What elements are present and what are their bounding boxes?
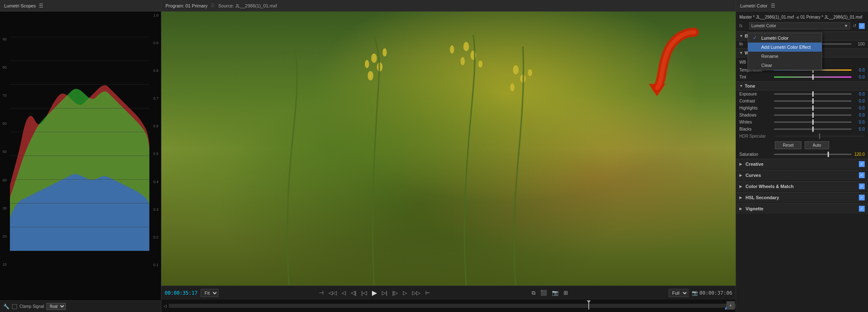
timeline-scrubber[interactable]: ◁ + <box>161 300 736 312</box>
context-menu-item-clear[interactable]: Clear <box>748 61 822 70</box>
saturation-label: Saturation <box>739 152 772 157</box>
export-button[interactable]: 📷 <box>550 289 560 297</box>
fx-enable-checkbox[interactable]: ✓ <box>859 23 865 29</box>
curves-label: Curves <box>746 173 761 178</box>
lumetri-color-content: Master * JL__2986(1)_01.mxf ◀ 01 Primary… <box>736 12 868 312</box>
step-forward-button[interactable]: ▷▷ <box>410 289 422 297</box>
tint-value: 0.0 <box>853 75 865 79</box>
exposure-thumb <box>812 91 813 97</box>
auto-button[interactable]: Auto <box>805 141 829 149</box>
mark-out-button[interactable]: ⊢ <box>424 289 432 297</box>
context-menu-item-add[interactable]: Add Lumetri Color Effect <box>748 43 822 52</box>
whites-value: 0.0 <box>853 120 865 124</box>
waveform-svg <box>10 13 149 251</box>
fx-effect-dropdown[interactable]: Lumetri Color ▼ <box>749 22 850 29</box>
contrast-thumb <box>812 98 813 104</box>
timecode-left[interactable]: 00:00:35:17 <box>165 290 197 296</box>
contrast-slider-wrapper[interactable] <box>774 100 851 102</box>
play-button[interactable]: ▶ <box>370 288 379 298</box>
whites-slider-wrapper[interactable] <box>774 121 851 123</box>
fx-reset-icon[interactable]: ↺ <box>853 23 856 29</box>
set-out-button[interactable]: |▷ <box>391 289 399 297</box>
color-wheels-checkbox[interactable]: ✓ <box>859 183 865 189</box>
context-menu-item-rename[interactable]: Rename <box>748 52 822 61</box>
playhead <box>588 302 589 310</box>
creative-section[interactable]: ▶ Creative ✓ <box>736 159 868 169</box>
curves-checkbox[interactable]: ✓ <box>859 172 865 178</box>
program-title: Program: 01 Primary <box>165 3 207 8</box>
prev-edit-button[interactable]: |◁ <box>360 289 368 297</box>
whites-slider-track <box>774 121 851 123</box>
timeline-track[interactable] <box>169 304 736 308</box>
prev-frame-button[interactable]: ◁ <box>340 289 348 297</box>
next-frame-button[interactable]: ▷ <box>401 289 409 297</box>
fx-context-menu: ✓ Lumetri Color Add Lumetri Color Effect… <box>748 33 822 70</box>
vignette-checkbox[interactable]: ✓ <box>859 206 865 212</box>
center-panel: Program: 01 Primary ☰ Source: JL__2986(1… <box>161 0 736 312</box>
color-wheels-section[interactable]: ▶ Color Wheels & Match ✓ <box>736 181 868 191</box>
hdr-specular-label: HDR Specular <box>739 134 772 138</box>
master-right-label: 01 Primary * JL__2986(1)_01.mxf <box>801 15 863 19</box>
tint-slider-track <box>774 76 851 78</box>
exposure-slider-track <box>774 93 851 95</box>
wb-chevron: ▼ <box>739 51 743 55</box>
curves-chevron: ▶ <box>739 173 742 177</box>
shadows-slider-wrapper[interactable] <box>774 114 851 116</box>
exposure-row: Exposure 0.0 <box>736 91 868 98</box>
scopes-menu-icon[interactable]: ☰ <box>39 3 43 9</box>
highlights-slider-wrapper[interactable] <box>774 107 851 109</box>
shadows-row: Shadows 0.0 <box>736 112 868 119</box>
creative-checkbox[interactable]: ✓ <box>859 161 865 167</box>
lumetri-menu-icon[interactable]: ☰ <box>771 3 775 9</box>
set-in-button[interactable]: ◁| <box>349 289 358 297</box>
insert-button[interactable]: ⧉ <box>530 289 537 297</box>
shadows-label: Shadows <box>739 113 772 117</box>
saturation-value: 120.0 <box>853 152 865 157</box>
temperature-value: 0.0 <box>853 68 865 72</box>
fx-row: fx Lumetri Color ▼ ↺ ✓ ✓ Lumetri Color A… <box>736 21 868 31</box>
scope-canvas: 90 80 70 60 50 40 30 20 10 1.0 0.9 0.8 0… <box>0 12 161 300</box>
blacks-row: Blacks 0.0 <box>736 126 868 133</box>
exposure-slider-wrapper[interactable] <box>774 93 851 95</box>
master-file-label: Master * JL__2986(1)_01.mxf <box>739 15 794 19</box>
quality-dropdown[interactable]: Full <box>669 289 688 297</box>
mark-in-button[interactable]: ⊣ <box>317 289 325 297</box>
video-frame <box>161 12 736 286</box>
blacks-value: 0.0 <box>853 127 865 131</box>
blacks-label: Blacks <box>739 127 772 131</box>
hdr-specular-row: HDR Specular <box>736 133 868 140</box>
shadows-slider-track <box>774 114 851 116</box>
overwrite-button[interactable]: ⬛ <box>539 289 549 297</box>
vignette-label: Vignette <box>746 206 763 211</box>
blacks-slider-wrapper[interactable] <box>774 129 851 130</box>
reset-button[interactable]: Reset <box>775 141 801 149</box>
lumetri-color-header: Lumetri Color ☰ <box>736 0 868 12</box>
blacks-thumb <box>812 126 813 132</box>
tint-thumb <box>812 74 813 80</box>
scope-y-labels-right: 1.0 0.9 0.8 0.7 0.6 0.5 0.4 0.3 0.2 0.1 <box>153 13 158 291</box>
hsl-secondary-section[interactable]: ▶ HSL Secondary ✓ <box>736 192 868 202</box>
fit-dropdown[interactable]: Fit <box>201 289 218 297</box>
vignette-chevron: ▶ <box>739 207 742 211</box>
timeline-start-marker: ◁ <box>161 300 169 312</box>
saturation-row: Saturation 120.0 <box>736 151 868 158</box>
settings-button[interactable]: ⊞ <box>562 289 570 297</box>
clamp-checkbox[interactable] <box>12 304 17 309</box>
hsl-checkbox[interactable]: ✓ <box>859 195 865 200</box>
float-select[interactable]: float <box>46 303 66 310</box>
curves-section[interactable]: ▶ Curves ✓ <box>736 170 868 180</box>
vignette-section[interactable]: ▶ Vignette ✓ <box>736 203 868 214</box>
hdr-specular-slider-track <box>774 136 865 137</box>
saturation-slider-wrapper[interactable] <box>774 154 851 155</box>
tint-slider-wrapper[interactable] <box>774 76 851 78</box>
basic-chevron: ▼ <box>739 34 743 38</box>
tone-section-header[interactable]: ▼ Tone <box>736 81 868 91</box>
lumetri-color-title: Lumetri Color <box>740 3 767 8</box>
timeline-add-button[interactable]: + <box>727 301 735 310</box>
context-menu-item-lumetri[interactable]: ✓ Lumetri Color <box>748 33 822 43</box>
clamp-label: Clamp Signal <box>19 304 44 309</box>
step-back-button[interactable]: ◁◁ <box>327 289 338 297</box>
next-edit-button[interactable]: ▷| <box>380 289 389 297</box>
hdr-specular-slider-wrapper <box>774 136 865 137</box>
program-header: Program: 01 Primary ☰ Source: JL__2986(1… <box>161 0 736 12</box>
